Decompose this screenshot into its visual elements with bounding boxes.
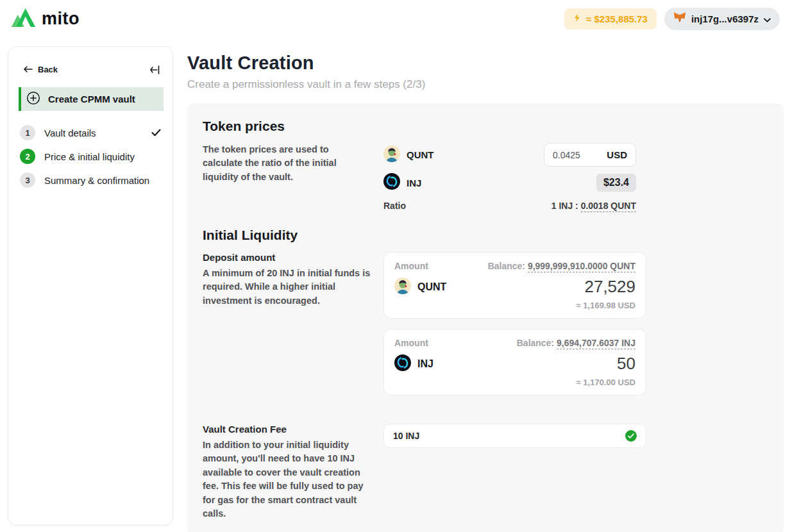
inj-balance: Balance: 9,694,707.6037 INJ: [517, 338, 635, 348]
qunt-balance-value[interactable]: 9,999,999,910.0000 QUNT: [528, 261, 635, 272]
qunt-usd-estimate: ≈ 1,169.98 USD: [394, 301, 635, 310]
portfolio-value: ≈ $235,885.73: [586, 13, 648, 24]
ratio-value: 1 INJ : 0.0018 QUNT: [551, 201, 636, 211]
mito-logo-icon: [10, 8, 36, 30]
back-arrow-icon: [24, 65, 33, 74]
wallet-address: inj17g...v6397z: [691, 13, 759, 24]
collapse-sidebar-icon[interactable]: [150, 65, 160, 74]
step-number: 1: [20, 125, 35, 140]
inj-balance-value[interactable]: 9,694,707.6037 INJ: [557, 338, 635, 349]
vault-fee-value: 10 INJ: [393, 431, 419, 441]
step-completed-check-icon: [151, 129, 161, 137]
qunt-token-chip: QUNT: [394, 278, 446, 297]
page-subtitle: Create a permissionless vault in a few s…: [187, 78, 784, 91]
ratio-row: Ratio 1 INJ : 0.0018 QUNT: [383, 201, 646, 211]
qunt-price-input[interactable]: [553, 150, 603, 160]
inj-deposit-card: Amount Balance: 9,694,707.6037 INJ: [383, 329, 646, 395]
deposit-amount-subheading: Deposit amount: [203, 252, 371, 263]
deposit-amount-description: A minimum of 20 INJ in initial funds is …: [203, 267, 371, 308]
qunt-price-field: USD: [544, 143, 636, 167]
creation-sidebar: Back Create CPMM vault 1 Vault details 2: [8, 46, 173, 526]
qunt-amount-input[interactable]: 27,529: [584, 277, 635, 297]
inj-token-chip: INJ: [394, 354, 433, 374]
step-label: Summary & confirmation: [44, 175, 149, 186]
inj-price-row: INJ $23.4: [383, 173, 646, 192]
back-button[interactable]: Back: [24, 65, 58, 74]
ratio-label: Ratio: [383, 201, 406, 211]
metamask-fox-icon: [673, 12, 686, 26]
sidebar-item-create-cpmm-vault[interactable]: Create CPMM vault: [19, 87, 164, 111]
qunt-token-chip: QUNT: [383, 145, 434, 165]
step-price-initial-liquidity[interactable]: 2 Price & initial liquidity: [20, 149, 161, 164]
qunt-price-row: QUNT USD: [383, 143, 646, 167]
step-list: 1 Vault details 2 Price & initial liquid…: [8, 125, 172, 188]
step-label: Vault details: [44, 128, 96, 138]
qunt-token-icon: [394, 278, 411, 297]
inj-token-icon: [383, 173, 400, 192]
plus-circle-icon: [26, 91, 40, 108]
qunt-balance: Balance: 9,999,999,910.0000 QUNT: [488, 261, 635, 271]
inj-token-icon: [394, 354, 411, 374]
page-title: Vault Creation: [187, 53, 784, 74]
qunt-symbol: QUNT: [417, 281, 446, 293]
token-prices-heading: Token prices: [203, 119, 768, 134]
inj-symbol: INJ: [407, 178, 421, 188]
step-number: 3: [20, 172, 35, 188]
vault-fee-description: In addition to your initial liquidity am…: [203, 438, 371, 521]
inj-usd-estimate: ≈ 1,170.00 USD: [394, 378, 635, 387]
vault-creation-panel: Token prices The token prices are used t…: [187, 103, 784, 532]
qunt-token-icon: [383, 145, 400, 165]
qunt-symbol: QUNT: [407, 149, 434, 160]
inj-amount-input[interactable]: 50: [617, 354, 635, 374]
wallet-menu-button[interactable]: inj17g...v6397z: [664, 8, 780, 30]
top-header: mito ≈ $235,885.73 inj17g...v6397z: [0, 0, 790, 37]
ratio-prefix: 1 INJ :: [551, 201, 581, 211]
ratio-detail-trigger[interactable]: 0.0018 QUNT: [581, 201, 636, 212]
step-vault-details[interactable]: 1 Vault details: [20, 125, 161, 140]
lightning-bolt-icon: [573, 13, 582, 24]
step-number: 2: [20, 149, 35, 164]
initial-liquidity-heading: Initial Liquidity: [203, 228, 768, 243]
portfolio-value-badge[interactable]: ≈ $235,885.73: [564, 8, 657, 29]
active-item-label: Create CPMM vault: [48, 94, 135, 104]
currency-label: USD: [607, 149, 627, 160]
step-label: Price & initial liquidity: [44, 151, 135, 162]
vault-fee-heading: Vault Creation Fee: [203, 424, 371, 435]
fee-valid-check-icon: [625, 430, 637, 442]
vault-fee-box: 10 INJ: [383, 424, 646, 448]
back-label: Back: [38, 65, 58, 74]
main-content: Vault Creation Create a permissionless v…: [187, 46, 784, 532]
mito-logo[interactable]: mito: [10, 8, 80, 30]
inj-price-badge: $23.4: [596, 174, 636, 192]
inj-token-chip: INJ: [383, 173, 421, 192]
step-summary-confirmation[interactable]: 3 Summary & confirmation: [20, 172, 161, 188]
brand-wordmark: mito: [42, 9, 80, 29]
inj-symbol: INJ: [417, 358, 433, 370]
amount-label: Amount: [394, 261, 428, 271]
amount-label: Amount: [394, 338, 428, 348]
token-prices-description: The token prices are used to calculate t…: [203, 143, 371, 184]
chevron-down-icon: [764, 13, 771, 24]
balance-label: Balance:: [517, 338, 554, 348]
qunt-deposit-card: Amount Balance: 9,999,999,910.0000 QUNT: [383, 252, 646, 319]
balance-label: Balance:: [488, 261, 525, 271]
